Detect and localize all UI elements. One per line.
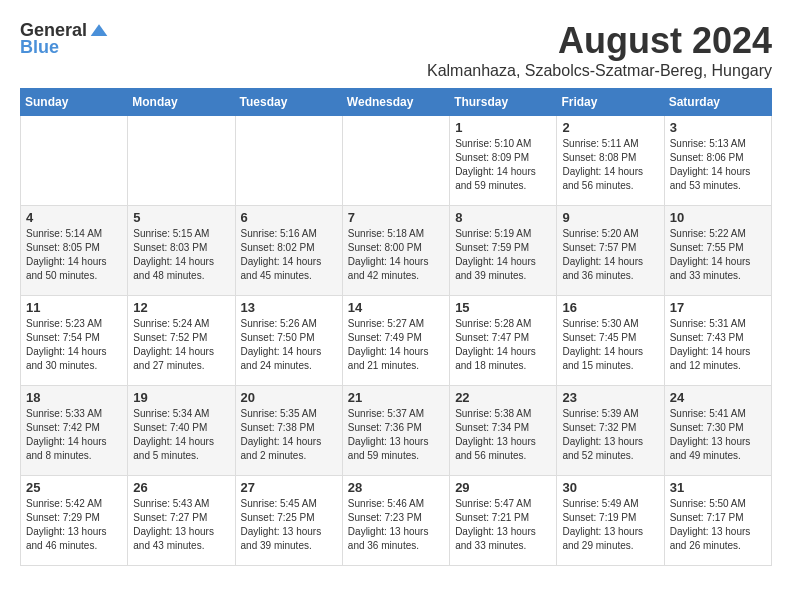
table-row: 18Sunrise: 5:33 AM Sunset: 7:42 PM Dayli… (21, 386, 128, 476)
day-number: 3 (670, 120, 766, 135)
table-row: 13Sunrise: 5:26 AM Sunset: 7:50 PM Dayli… (235, 296, 342, 386)
header-thursday: Thursday (450, 89, 557, 116)
table-row: 29Sunrise: 5:47 AM Sunset: 7:21 PM Dayli… (450, 476, 557, 566)
title-section: August 2024 Kalmanhaza, Szabolcs-Szatmar… (427, 20, 772, 80)
table-row: 1Sunrise: 5:10 AM Sunset: 8:09 PM Daylig… (450, 116, 557, 206)
day-number: 16 (562, 300, 658, 315)
day-info: Sunrise: 5:43 AM Sunset: 7:27 PM Dayligh… (133, 497, 229, 553)
day-number: 11 (26, 300, 122, 315)
day-number: 30 (562, 480, 658, 495)
day-number: 12 (133, 300, 229, 315)
table-row: 8Sunrise: 5:19 AM Sunset: 7:59 PM Daylig… (450, 206, 557, 296)
table-row: 28Sunrise: 5:46 AM Sunset: 7:23 PM Dayli… (342, 476, 449, 566)
day-number: 18 (26, 390, 122, 405)
header-monday: Monday (128, 89, 235, 116)
day-info: Sunrise: 5:14 AM Sunset: 8:05 PM Dayligh… (26, 227, 122, 283)
table-row: 9Sunrise: 5:20 AM Sunset: 7:57 PM Daylig… (557, 206, 664, 296)
day-info: Sunrise: 5:34 AM Sunset: 7:40 PM Dayligh… (133, 407, 229, 463)
table-row: 30Sunrise: 5:49 AM Sunset: 7:19 PM Dayli… (557, 476, 664, 566)
table-row: 22Sunrise: 5:38 AM Sunset: 7:34 PM Dayli… (450, 386, 557, 476)
logo: General Blue (20, 20, 109, 58)
day-info: Sunrise: 5:46 AM Sunset: 7:23 PM Dayligh… (348, 497, 444, 553)
table-row: 2Sunrise: 5:11 AM Sunset: 8:08 PM Daylig… (557, 116, 664, 206)
table-row: 14Sunrise: 5:27 AM Sunset: 7:49 PM Dayli… (342, 296, 449, 386)
day-info: Sunrise: 5:37 AM Sunset: 7:36 PM Dayligh… (348, 407, 444, 463)
table-row: 12Sunrise: 5:24 AM Sunset: 7:52 PM Dayli… (128, 296, 235, 386)
table-row: 10Sunrise: 5:22 AM Sunset: 7:55 PM Dayli… (664, 206, 771, 296)
table-row: 15Sunrise: 5:28 AM Sunset: 7:47 PM Dayli… (450, 296, 557, 386)
day-number: 8 (455, 210, 551, 225)
day-info: Sunrise: 5:22 AM Sunset: 7:55 PM Dayligh… (670, 227, 766, 283)
day-info: Sunrise: 5:16 AM Sunset: 8:02 PM Dayligh… (241, 227, 337, 283)
day-number: 14 (348, 300, 444, 315)
table-row: 19Sunrise: 5:34 AM Sunset: 7:40 PM Dayli… (128, 386, 235, 476)
table-row: 20Sunrise: 5:35 AM Sunset: 7:38 PM Dayli… (235, 386, 342, 476)
calendar-table: Sunday Monday Tuesday Wednesday Thursday… (20, 88, 772, 566)
day-info: Sunrise: 5:28 AM Sunset: 7:47 PM Dayligh… (455, 317, 551, 373)
header-wednesday: Wednesday (342, 89, 449, 116)
day-info: Sunrise: 5:42 AM Sunset: 7:29 PM Dayligh… (26, 497, 122, 553)
table-row: 11Sunrise: 5:23 AM Sunset: 7:54 PM Dayli… (21, 296, 128, 386)
day-number: 24 (670, 390, 766, 405)
table-row: 24Sunrise: 5:41 AM Sunset: 7:30 PM Dayli… (664, 386, 771, 476)
day-info: Sunrise: 5:13 AM Sunset: 8:06 PM Dayligh… (670, 137, 766, 193)
day-info: Sunrise: 5:23 AM Sunset: 7:54 PM Dayligh… (26, 317, 122, 373)
table-row: 27Sunrise: 5:45 AM Sunset: 7:25 PM Dayli… (235, 476, 342, 566)
day-info: Sunrise: 5:35 AM Sunset: 7:38 PM Dayligh… (241, 407, 337, 463)
day-info: Sunrise: 5:11 AM Sunset: 8:08 PM Dayligh… (562, 137, 658, 193)
header-friday: Friday (557, 89, 664, 116)
day-info: Sunrise: 5:50 AM Sunset: 7:17 PM Dayligh… (670, 497, 766, 553)
day-number: 4 (26, 210, 122, 225)
day-info: Sunrise: 5:39 AM Sunset: 7:32 PM Dayligh… (562, 407, 658, 463)
table-row (21, 116, 128, 206)
day-number: 23 (562, 390, 658, 405)
day-number: 22 (455, 390, 551, 405)
table-row: 23Sunrise: 5:39 AM Sunset: 7:32 PM Dayli… (557, 386, 664, 476)
day-info: Sunrise: 5:45 AM Sunset: 7:25 PM Dayligh… (241, 497, 337, 553)
calendar-header: Sunday Monday Tuesday Wednesday Thursday… (21, 89, 772, 116)
day-info: Sunrise: 5:18 AM Sunset: 8:00 PM Dayligh… (348, 227, 444, 283)
table-row: 4Sunrise: 5:14 AM Sunset: 8:05 PM Daylig… (21, 206, 128, 296)
day-number: 2 (562, 120, 658, 135)
table-row: 7Sunrise: 5:18 AM Sunset: 8:00 PM Daylig… (342, 206, 449, 296)
day-info: Sunrise: 5:10 AM Sunset: 8:09 PM Dayligh… (455, 137, 551, 193)
day-number: 27 (241, 480, 337, 495)
day-number: 13 (241, 300, 337, 315)
day-number: 29 (455, 480, 551, 495)
table-row: 26Sunrise: 5:43 AM Sunset: 7:27 PM Dayli… (128, 476, 235, 566)
day-number: 7 (348, 210, 444, 225)
table-row (342, 116, 449, 206)
svg-marker-0 (91, 24, 108, 36)
logo-icon (89, 21, 109, 41)
day-number: 19 (133, 390, 229, 405)
table-row: 6Sunrise: 5:16 AM Sunset: 8:02 PM Daylig… (235, 206, 342, 296)
header-saturday: Saturday (664, 89, 771, 116)
day-number: 20 (241, 390, 337, 405)
day-info: Sunrise: 5:38 AM Sunset: 7:34 PM Dayligh… (455, 407, 551, 463)
table-row: 5Sunrise: 5:15 AM Sunset: 8:03 PM Daylig… (128, 206, 235, 296)
day-info: Sunrise: 5:26 AM Sunset: 7:50 PM Dayligh… (241, 317, 337, 373)
table-row: 17Sunrise: 5:31 AM Sunset: 7:43 PM Dayli… (664, 296, 771, 386)
day-number: 1 (455, 120, 551, 135)
table-row: 3Sunrise: 5:13 AM Sunset: 8:06 PM Daylig… (664, 116, 771, 206)
day-info: Sunrise: 5:19 AM Sunset: 7:59 PM Dayligh… (455, 227, 551, 283)
table-row: 21Sunrise: 5:37 AM Sunset: 7:36 PM Dayli… (342, 386, 449, 476)
table-row: 16Sunrise: 5:30 AM Sunset: 7:45 PM Dayli… (557, 296, 664, 386)
day-number: 31 (670, 480, 766, 495)
day-info: Sunrise: 5:31 AM Sunset: 7:43 PM Dayligh… (670, 317, 766, 373)
day-number: 10 (670, 210, 766, 225)
table-row: 25Sunrise: 5:42 AM Sunset: 7:29 PM Dayli… (21, 476, 128, 566)
day-number: 26 (133, 480, 229, 495)
header-tuesday: Tuesday (235, 89, 342, 116)
day-info: Sunrise: 5:15 AM Sunset: 8:03 PM Dayligh… (133, 227, 229, 283)
day-number: 21 (348, 390, 444, 405)
logo-blue-text: Blue (20, 37, 59, 58)
day-number: 9 (562, 210, 658, 225)
day-info: Sunrise: 5:27 AM Sunset: 7:49 PM Dayligh… (348, 317, 444, 373)
table-row (235, 116, 342, 206)
day-number: 25 (26, 480, 122, 495)
day-info: Sunrise: 5:47 AM Sunset: 7:21 PM Dayligh… (455, 497, 551, 553)
day-info: Sunrise: 5:24 AM Sunset: 7:52 PM Dayligh… (133, 317, 229, 373)
day-info: Sunrise: 5:49 AM Sunset: 7:19 PM Dayligh… (562, 497, 658, 553)
day-info: Sunrise: 5:41 AM Sunset: 7:30 PM Dayligh… (670, 407, 766, 463)
